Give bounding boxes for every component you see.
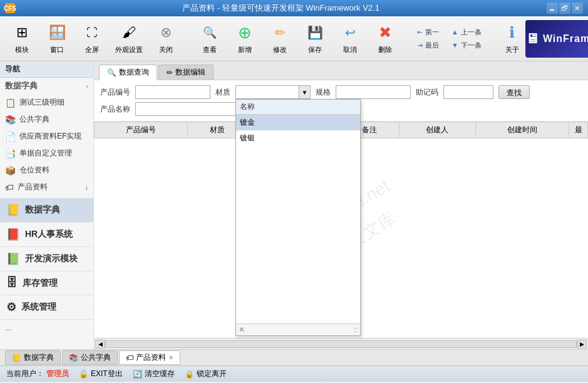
sidebar-more[interactable]: ... <box>0 320 93 336</box>
content-area: 🔍 数据查询 ✏ 数据编辑 产品编号 材质 ▼ <box>94 61 588 349</box>
product-code-input[interactable] <box>135 85 210 99</box>
fullscreen-icon: ⛶ <box>82 23 102 43</box>
cancel-button[interactable]: ↩ 取消 <box>333 20 367 58</box>
warehouse-icon: 📦 <box>5 165 16 176</box>
footer-tab-public-dict[interactable]: 📚 公共字典 <box>62 350 118 365</box>
query-button[interactable]: 🔍 查看 <box>193 20 227 58</box>
minimize-button[interactable]: 🗕 <box>547 3 558 14</box>
about-button[interactable]: ℹ 关于 <box>502 20 523 58</box>
sidebar-item-form-define[interactable]: 📑 单据自定义管理 <box>0 145 93 162</box>
prev-btn[interactable]: ▲ 上一条 <box>446 26 487 38</box>
scroll-track[interactable] <box>105 340 577 348</box>
memo-input[interactable] <box>443 85 493 99</box>
material-dropdown-container: ▼ 名称 镀金 镀银 ✕ :: <box>235 85 311 99</box>
sidebar-item-test-detail[interactable]: 📋 测试三级明细 <box>0 94 93 111</box>
spec-label: 规格 <box>316 87 331 98</box>
sidebar-group-data-dict[interactable]: 📒 数据字典 <box>0 198 93 223</box>
sidebar-group-hr[interactable]: 📕 HR人事系统 <box>0 223 93 247</box>
scrollbar-area: ◀ ▶ <box>94 338 588 349</box>
last-btn[interactable]: ⇥ 最后 <box>412 39 444 51</box>
save-button[interactable]: 💾 保存 <box>298 20 332 58</box>
col-extra: 最 <box>569 122 588 139</box>
module-button[interactable]: ⊞ 模块 <box>5 20 39 58</box>
appearance-icon: 🖌 <box>119 23 139 43</box>
about-icon: ℹ <box>502 23 522 43</box>
app-logo: CFS <box>5 3 15 13</box>
close-icon: ⊗ <box>156 23 176 43</box>
main-area: 导航 数据字典 ‹ 📋 测试三级明细 📚 公共字典 📄 供应商资料EF实现 📑 … <box>0 61 588 349</box>
restore-button[interactable]: 🗗 <box>559 3 570 14</box>
fullscreen-button[interactable]: ⛶ 全屏 <box>75 20 109 58</box>
sidebar-group-dev-demo[interactable]: 📗 开发演示模块 <box>0 247 93 271</box>
delete-button[interactable]: ✖ 删除 <box>368 20 402 58</box>
add-icon: ⊕ <box>235 23 255 43</box>
sidebar-item-supplier-ef[interactable]: 📄 供应商资料EF实现 <box>0 128 93 145</box>
edit-icon: ✏ <box>270 23 290 43</box>
status-clear[interactable]: 🔄 清空缓存 <box>133 369 175 379</box>
dropdown-item-0[interactable]: 镀金 <box>236 115 360 130</box>
dropdown-footer: ✕ :: <box>236 323 360 335</box>
next-btn[interactable]: ▼ 下一条 <box>446 39 487 51</box>
spec-input[interactable] <box>336 85 411 99</box>
search-button[interactable]: 查找 <box>498 85 530 99</box>
dropdown-footer-resize: :: <box>353 325 358 334</box>
status-username: 管理员 <box>46 369 69 379</box>
edit-button[interactable]: ✏ 修改 <box>263 20 297 58</box>
close-button[interactable]: ⊗ 关闭 <box>149 20 183 58</box>
logo-text: WinFramework <box>543 33 588 45</box>
status-lock[interactable]: 🔒 锁定离开 <box>185 369 227 379</box>
dropdown-item-1[interactable]: 镀银 <box>236 130 360 146</box>
dropdown-textarea[interactable] <box>236 146 360 322</box>
scroll-left-btn[interactable]: ◀ <box>95 340 105 349</box>
sidebar-item-product[interactable]: 🏷 产品资料 ↓ <box>0 179 93 196</box>
tab-query-icon: 🔍 <box>107 68 116 77</box>
appearance-button[interactable]: 🖌 外观设置 <box>110 20 148 58</box>
sidebar-group-inventory[interactable]: 🗄 库存管理 <box>0 271 93 295</box>
memo-label: 助记码 <box>416 87 438 98</box>
title-bar-left: CFS <box>5 3 15 13</box>
exit-icon: 🔓 <box>79 370 88 379</box>
tab-query[interactable]: 🔍 数据查询 <box>99 65 157 80</box>
inventory-group-icon: 🗄 <box>6 276 18 290</box>
window-icon: 🪟 <box>47 23 67 43</box>
query-icon: 🔍 <box>200 23 220 43</box>
toolbar: ⊞ 模块 🪟 窗口 ⛶ 全屏 🖌 外观设置 ⊗ 关闭 🔍 查看 ⊕ 新增 <box>0 16 588 61</box>
form-define-icon: 📑 <box>5 149 16 159</box>
material-input[interactable] <box>236 86 299 98</box>
sidebar-header: 导航 <box>0 61 93 78</box>
footer-tab-product-close[interactable]: ✕ <box>168 354 173 361</box>
window-button[interactable]: 🪟 窗口 <box>40 20 74 58</box>
col-product-code: 产品编号 <box>95 122 188 139</box>
sidebar-section-title: 数据字典 ‹ <box>0 78 93 94</box>
status-exit[interactable]: 🔓 EXIT登出 <box>79 369 123 379</box>
sys-mgmt-group-icon: ⚙ <box>6 300 16 314</box>
hr-group-icon: 📕 <box>6 228 20 241</box>
scroll-right-btn[interactable]: ▶ <box>577 340 587 349</box>
public-dict-icon: 📚 <box>5 115 16 125</box>
material-dropdown-btn[interactable]: ▼ <box>299 86 310 98</box>
footer-tab-data-dict[interactable]: 📒 数据字典 <box>5 350 61 365</box>
first-btn[interactable]: ⇤ 第一 <box>412 26 444 38</box>
col-creator: 创建人 <box>399 122 475 139</box>
product-name-label: 产品名称 <box>100 104 130 115</box>
search-form: 产品编号 材质 ▼ 名称 镀金 镀银 ✕ <box>94 80 588 122</box>
dropdown-footer-close[interactable]: ✕ <box>239 325 245 334</box>
data-dict-group-icon: 📒 <box>6 203 20 217</box>
close-window-button[interactable]: ✕ <box>572 3 583 14</box>
sidebar-item-public-dict[interactable]: 📚 公共字典 <box>0 111 93 128</box>
footer-tab-product[interactable]: 🏷 产品资料 ✕ <box>119 350 180 365</box>
sidebar-item-warehouse[interactable]: 📦 仓位资料 <box>0 162 93 179</box>
status-bar: 当前用户： 管理员 🔓 EXIT登出 🔄 清空缓存 🔒 锁定离开 <box>0 365 588 382</box>
footer-tab-product-icon: 🏷 <box>126 354 133 362</box>
add-button[interactable]: ⊕ 新增 <box>228 20 262 58</box>
product-arrow: ↓ <box>85 183 88 192</box>
dev-demo-group-icon: 📗 <box>6 252 20 266</box>
toolbar-group-edit: 🔍 查看 ⊕ 新增 ✏ 修改 💾 保存 ↩ 取消 ✖ 删除 <box>193 20 402 58</box>
footer-tab-data-dict-icon: 📒 <box>12 354 21 362</box>
tab-edit[interactable]: ✏ 数据编辑 <box>158 65 214 80</box>
sidebar-group-sys-mgmt[interactable]: ⚙ 系统管理 <box>0 295 93 320</box>
product-icon: 🏷 <box>5 182 14 192</box>
form-row-1: 产品编号 材质 ▼ 名称 镀金 镀银 ✕ <box>100 85 582 99</box>
save-icon: 💾 <box>305 23 325 43</box>
module-icon: ⊞ <box>12 23 32 43</box>
